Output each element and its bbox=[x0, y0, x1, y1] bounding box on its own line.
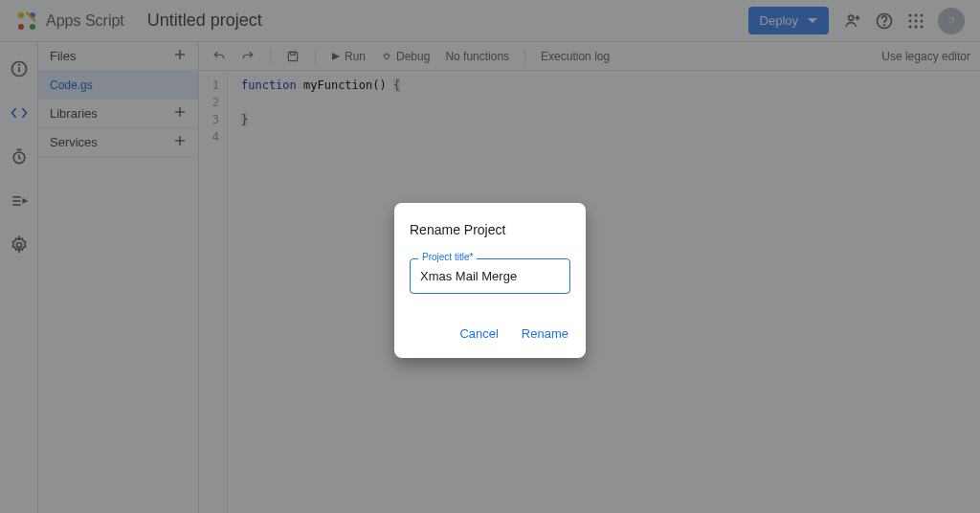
project-title-field[interactable]: Project title* bbox=[410, 258, 570, 294]
cancel-button[interactable]: Cancel bbox=[457, 321, 500, 346]
rename-button[interactable]: Rename bbox=[520, 321, 570, 346]
dialog-title: Rename Project bbox=[410, 222, 570, 237]
modal-overlay[interactable]: Rename Project Project title* Cancel Ren… bbox=[0, 0, 980, 513]
field-label: Project title* bbox=[418, 252, 477, 262]
project-title-input[interactable] bbox=[420, 269, 560, 283]
rename-dialog: Rename Project Project title* Cancel Ren… bbox=[394, 203, 586, 358]
